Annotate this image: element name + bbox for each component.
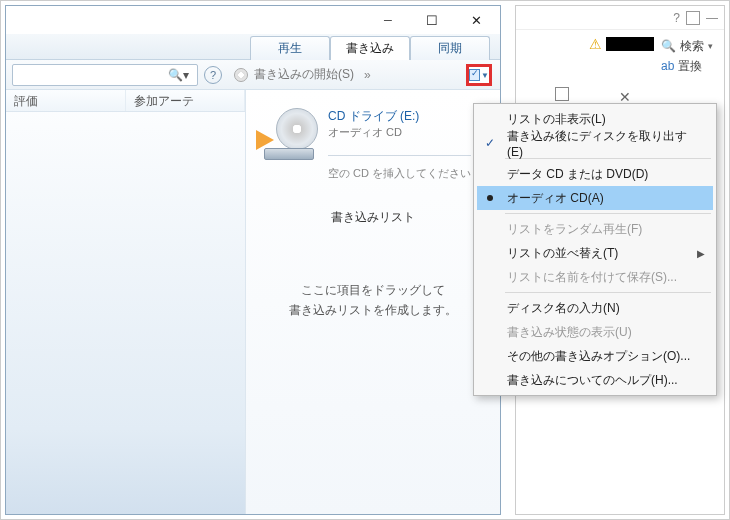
menu-disc-name[interactable]: ディスク名の入力(N) bbox=[477, 296, 713, 320]
checklist-icon bbox=[469, 69, 480, 81]
menu-sort[interactable]: リストの並べ替え(T)▶ bbox=[477, 241, 713, 265]
help-icon[interactable]: ? bbox=[204, 66, 222, 84]
menu-help[interactable]: 書き込みについてのヘルプ(H)... bbox=[477, 368, 713, 392]
body: 評価 参加アーテ CD ドライブ (E:) オーディオ CD 空の CD を挿入… bbox=[6, 90, 500, 514]
tab-play[interactable]: 再生 bbox=[250, 36, 330, 60]
help-icon[interactable]: ? bbox=[673, 11, 680, 25]
disc-icon bbox=[234, 68, 248, 82]
replace-icon: ab bbox=[661, 59, 674, 73]
media-player-window: 再生 書き込み 同期 🔍 ▾ ? 書き込みの開始(S) » ▼ 評価 参加アーテ bbox=[5, 5, 501, 515]
search-label[interactable]: 検索 bbox=[680, 38, 704, 55]
close-button[interactable] bbox=[454, 7, 498, 33]
menu-more-options[interactable]: その他の書き込みオプション(O)... bbox=[477, 344, 713, 368]
check-icon: ✓ bbox=[485, 136, 495, 150]
minimize-button[interactable] bbox=[366, 7, 410, 33]
titlebar bbox=[6, 6, 500, 34]
burn-options-menu: リストの非表示(L) ✓書き込み後にディスクを取り出す(E) データ CD また… bbox=[473, 103, 717, 396]
search-input[interactable]: 🔍 ▾ bbox=[12, 64, 198, 86]
menu-eject-after[interactable]: ✓書き込み後にディスクを取り出す(E) bbox=[477, 131, 713, 155]
bg-warning: ⚠ bbox=[589, 36, 654, 52]
redacted-text bbox=[606, 37, 654, 51]
menu-data-cd[interactable]: データ CD または DVD(D) bbox=[477, 162, 713, 186]
menu-separator bbox=[505, 213, 711, 214]
drag-hint: ここに項目をドラッグして 書き込みリストを作成します。 bbox=[260, 280, 486, 321]
menu-shuffle: リストをランダム再生(F) bbox=[477, 217, 713, 241]
bg-find-replace: 🔍検索▾ ab置換 bbox=[661, 36, 716, 76]
dropdown-icon: ▼ bbox=[481, 71, 489, 80]
library-columns: 評価 参加アーテ bbox=[6, 90, 246, 514]
tab-sync[interactable]: 同期 bbox=[410, 36, 490, 60]
cd-icon bbox=[276, 108, 318, 150]
binoculars-icon: 🔍 bbox=[661, 39, 676, 53]
search-dropdown-icon[interactable]: ▾ bbox=[183, 68, 193, 82]
menu-audio-cd[interactable]: オーディオ CD(A) bbox=[477, 186, 713, 210]
tab-burn[interactable]: 書き込み bbox=[330, 36, 410, 60]
burn-list-header: 書き込みリスト bbox=[260, 209, 486, 226]
bg-titlebar: ? — bbox=[516, 6, 724, 30]
col-rating[interactable]: 評価 bbox=[6, 90, 126, 111]
menu-save-as: リストに名前を付けて保存(S)... bbox=[477, 265, 713, 289]
submenu-arrow-icon: ▶ bbox=[697, 248, 705, 259]
drive-subtitle: オーディオ CD bbox=[328, 125, 471, 140]
maximize-button[interactable] bbox=[410, 7, 454, 33]
restore-icon[interactable] bbox=[686, 11, 700, 25]
minimize-icon[interactable]: — bbox=[706, 11, 718, 25]
col-artist[interactable]: 参加アーテ bbox=[126, 90, 246, 111]
menu-show-status: 書き込み状態の表示(U) bbox=[477, 320, 713, 344]
replace-label[interactable]: 置換 bbox=[678, 58, 702, 75]
toolbar: 🔍 ▾ ? 書き込みの開始(S) » ▼ bbox=[6, 60, 500, 90]
drag-hint-line2: 書き込みリストを作成します。 bbox=[260, 300, 486, 320]
column-headers: 評価 参加アーテ bbox=[6, 90, 245, 112]
bg-checkbox-icon bbox=[555, 87, 569, 101]
menu-separator bbox=[505, 292, 711, 293]
drive-info: CD ドライブ (E:) オーディオ CD 空の CD を挿入してください bbox=[260, 108, 486, 181]
start-burn-label: 書き込みの開始(S) bbox=[254, 66, 354, 83]
start-burn-button[interactable]: 書き込みの開始(S) » bbox=[234, 66, 369, 83]
chevron-icon: » bbox=[364, 68, 369, 82]
drive-title[interactable]: CD ドライブ (E:) bbox=[328, 108, 471, 125]
warning-icon: ⚠ bbox=[589, 36, 602, 52]
search-icon: 🔍 bbox=[167, 68, 183, 82]
insert-disc-message: 空の CD を挿入してください bbox=[328, 166, 471, 181]
drive-art bbox=[260, 108, 318, 160]
drag-hint-line1: ここに項目をドラッグして bbox=[260, 280, 486, 300]
arrow-icon bbox=[256, 130, 274, 150]
radio-icon bbox=[487, 195, 493, 201]
burn-options-button[interactable]: ▼ bbox=[466, 64, 492, 86]
burn-pane: CD ドライブ (E:) オーディオ CD 空の CD を挿入してください 書き… bbox=[246, 90, 500, 514]
drive-tray-icon bbox=[264, 148, 314, 160]
tab-bar: 再生 書き込み 同期 bbox=[6, 34, 500, 60]
